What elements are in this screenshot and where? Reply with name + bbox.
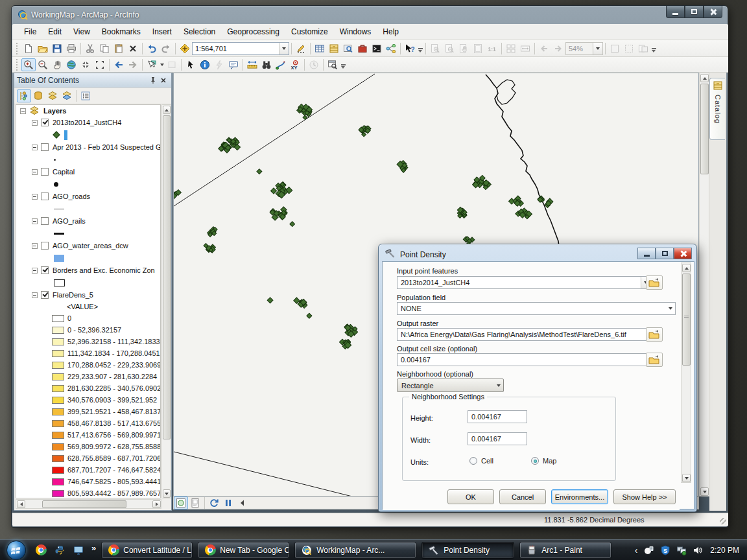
toc-layer-row[interactable]: AGO_rails: [16, 215, 160, 227]
ok-button[interactable]: OK: [447, 489, 494, 504]
output-raster-input[interactable]: N:\Africa Energy\Data\Gas Flaring\Analys…: [397, 328, 655, 341]
collapse-icon[interactable]: [32, 292, 38, 298]
legend-swatch[interactable]: [52, 315, 64, 322]
menu-geoprocessing[interactable]: Geoprocessing: [222, 25, 285, 39]
chevron-down-icon[interactable]: [593, 43, 602, 54]
start-button[interactable]: [6, 541, 26, 560]
refresh-icon[interactable]: [207, 496, 221, 509]
identify-icon[interactable]: [198, 58, 212, 71]
menu-selection[interactable]: Selection: [178, 25, 220, 39]
collapse-icon[interactable]: [32, 145, 38, 150]
layer-label[interactable]: AGO_rails: [53, 217, 86, 225]
cell-size-input[interactable]: 0.004167: [397, 353, 655, 366]
layer-visibility-checkbox[interactable]: [41, 242, 49, 250]
print-icon[interactable]: [64, 42, 78, 55]
toc-close-icon[interactable]: [158, 75, 169, 86]
map-vertical-scrollbar[interactable]: [699, 73, 709, 496]
toc-layer-row[interactable]: Capital: [16, 166, 160, 178]
pan-hand-icon[interactable]: [50, 58, 64, 71]
chevron-down-icon[interactable]: [279, 43, 289, 54]
population-field-combo[interactable]: NONE: [397, 302, 676, 315]
goto-xy-icon[interactable]: XY: [288, 58, 302, 71]
layout-view-icon[interactable]: [188, 496, 202, 509]
viewer-window-icon[interactable]: [326, 58, 340, 71]
new-document-icon[interactable]: [21, 42, 36, 55]
line-symbol[interactable]: [54, 233, 64, 235]
radio-icon[interactable]: [531, 457, 539, 465]
undo-icon[interactable]: [145, 42, 159, 55]
browse-input-button[interactable]: [646, 275, 663, 290]
scroll-up-icon[interactable]: [700, 74, 709, 82]
menu-view[interactable]: View: [68, 25, 95, 39]
dialog-maximize-button[interactable]: [656, 248, 674, 259]
task-arc1-paint[interactable]: Arc1 - Paint: [519, 542, 611, 559]
add-data-icon[interactable]: [178, 42, 192, 55]
legend-swatch[interactable]: [52, 408, 64, 415]
toolbar-overflow-icon[interactable]: [340, 59, 346, 71]
collapse-icon[interactable]: [32, 218, 38, 224]
scroll-down-icon[interactable]: [700, 487, 709, 496]
scroll-up-icon[interactable]: [163, 106, 171, 114]
dialog-scrollbar[interactable]: [681, 262, 691, 483]
line-symbol[interactable]: [54, 209, 64, 209]
scroll-thumb[interactable]: [682, 274, 691, 366]
catalog-window-icon[interactable]: [327, 42, 341, 55]
collapse-icon[interactable]: [32, 243, 38, 249]
display-icon[interactable]: [71, 543, 86, 557]
legend-swatch[interactable]: [52, 478, 64, 485]
collapse-icon[interactable]: [32, 194, 38, 200]
python-window-icon[interactable]: [370, 42, 384, 55]
list-source-icon[interactable]: [31, 89, 45, 102]
titlebar[interactable]: WorkingMap - ArcMap - ArcInfo: [12, 6, 728, 24]
layer-visibility-checkbox[interactable]: [41, 168, 49, 176]
map-scale-combo[interactable]: 1:564,701: [192, 42, 289, 55]
minimize-button[interactable]: [666, 6, 685, 18]
dialog-close-button[interactable]: [674, 248, 692, 259]
resize-grip[interactable]: [720, 518, 726, 524]
cancel-button[interactable]: Cancel: [499, 489, 546, 504]
browse-output-button[interactable]: [646, 327, 663, 342]
point-symbol[interactable]: [54, 159, 56, 161]
redo-icon[interactable]: [159, 42, 173, 55]
layer-label[interactable]: AGO_water_areas_dcw: [53, 242, 128, 250]
layer-label[interactable]: Capital: [53, 168, 75, 176]
scroll-thumb[interactable]: [163, 115, 171, 439]
zoom-in-icon[interactable]: [21, 58, 36, 71]
select-features-icon[interactable]: [145, 58, 159, 71]
scroll-right-icon[interactable]: [152, 500, 161, 508]
collapse-icon[interactable]: [32, 268, 38, 274]
cut-icon[interactable]: [83, 42, 97, 55]
polygon-symbol[interactable]: [54, 279, 65, 286]
toc-layer-row[interactable]: AGO_roads: [16, 191, 160, 202]
prev-arrow-icon[interactable]: [235, 496, 250, 509]
legend-swatch[interactable]: [52, 362, 64, 369]
volume-icon[interactable]: [692, 544, 703, 555]
toc-horizontal-scrollbar[interactable]: [16, 499, 161, 509]
arctoolbox-icon[interactable]: [355, 42, 370, 55]
action-center-icon[interactable]: [643, 544, 654, 555]
collapse-icon[interactable]: [32, 120, 38, 126]
search-window-icon[interactable]: [341, 42, 355, 55]
legend-swatch[interactable]: [52, 420, 64, 427]
layer-label[interactable]: AGO_roads: [53, 192, 90, 200]
select-elements-icon[interactable]: [184, 58, 198, 71]
maximize-button[interactable]: [685, 6, 704, 18]
legend-swatch[interactable]: [52, 327, 64, 334]
toc-layer-row[interactable]: FlareDens_5: [16, 289, 160, 301]
legend-swatch[interactable]: [52, 350, 64, 357]
legend-swatch[interactable]: [52, 455, 64, 462]
scroll-thumb[interactable]: [42, 500, 126, 508]
collapse-icon[interactable]: [32, 169, 38, 175]
menu-edit[interactable]: Edit: [43, 25, 67, 39]
list-selection-icon[interactable]: [60, 89, 74, 102]
open-folder-icon[interactable]: [36, 42, 50, 55]
toc-layer-row[interactable]: Borders and Exc. Economic Zon: [16, 264, 160, 276]
point-symbol[interactable]: [53, 131, 60, 138]
menu-insert[interactable]: Insert: [147, 25, 177, 39]
task-convert-latitude-l[interactable]: Convert Latitude / L...: [101, 542, 193, 559]
legend-swatch[interactable]: [52, 338, 64, 345]
toc-root-layers[interactable]: Layers: [16, 105, 160, 117]
browse-cellsize-button[interactable]: [646, 353, 663, 367]
toolbar-overflow-icon[interactable]: [650, 43, 657, 54]
legend-swatch[interactable]: [52, 490, 64, 497]
